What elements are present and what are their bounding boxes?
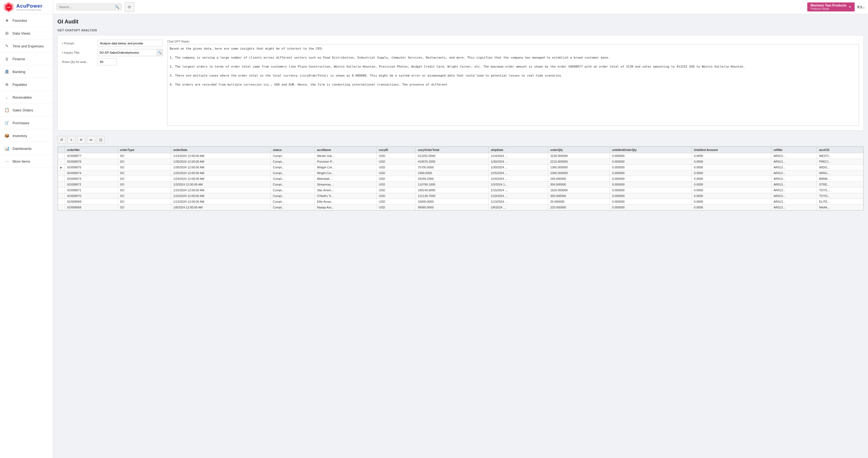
col-ref-nbr[interactable]: refNbr — [771, 147, 817, 153]
row-expand[interactable] — [58, 205, 65, 210]
rows-qty-label: Rows Qty for anal... — [62, 60, 97, 63]
history-button[interactable]: ⟳ — [124, 2, 134, 12]
expand-btn[interactable]: ▶ — [60, 166, 62, 169]
cell-order-nbr: SO008073 — [65, 176, 118, 182]
table-row[interactable]: SO008071 SO 1/15/2024 12:00:00 AM Compl.… — [58, 187, 863, 193]
cell-status: Compl... — [271, 170, 315, 176]
row-expand[interactable] — [58, 187, 65, 193]
cell-unbilled-order-qty: 0.000000 — [610, 193, 691, 199]
row-expand[interactable] — [58, 159, 65, 164]
sidebar-item-label: Payables — [12, 83, 27, 87]
sidebar-item-dashboards[interactable]: 📊 Dashboards — [0, 142, 53, 155]
col-cury-id[interactable]: curyID — [376, 147, 415, 153]
search-input[interactable] — [59, 5, 115, 9]
table-row[interactable]: SO008077 SO 1/14/2024 12:00:00 AM Compl.… — [58, 153, 863, 159]
purchases-icon: 🛒 — [4, 120, 10, 126]
table-toolbar: ↺ + ✕ ⇔ ⊡ — [58, 134, 864, 145]
sidebar-item-finance[interactable]: $ Finance — [0, 53, 53, 65]
cell-order-type: SO — [118, 176, 171, 182]
search-box[interactable]: 🔍 — [56, 4, 122, 10]
sidebar-item-favorites[interactable]: ★ Favorites — [0, 14, 53, 27]
row-expand[interactable] — [58, 170, 65, 176]
cell-cury-id: USD — [376, 205, 415, 210]
data-table: orderNbr orderType orderDate status acct… — [58, 147, 863, 210]
col-ship-date[interactable]: shipDate — [488, 147, 548, 153]
sidebar-item-payables[interactable]: ⊕ Payables — [0, 78, 53, 91]
prompt-input[interactable] — [97, 40, 163, 47]
add-button[interactable]: + — [67, 136, 75, 144]
analysis-panel: • Prompt: • Inquiry Title: 🔍 Rows Qty fo… — [58, 35, 864, 130]
chat-reply-textarea[interactable] — [167, 44, 859, 126]
sidebar-item-receivables[interactable]: ↓ Receivables — [0, 91, 53, 104]
col-unbilled-order-qty[interactable]: unbilledOrderQty — [610, 147, 691, 153]
logo-tagline-text: Infinite Possibilities — [16, 9, 42, 11]
row-expand[interactable] — [58, 182, 65, 187]
fit-columns-button[interactable]: ⇔ — [87, 136, 95, 144]
table-row[interactable]: ▶ SO008075 SO 1/30/2024 12:00:00 AM Comp… — [58, 164, 863, 170]
sidebar-item-inventory[interactable]: 📦 Inventory — [0, 129, 53, 142]
cell-acct-cd: TOYO... — [817, 193, 863, 199]
company-sub: Products Retail — [810, 7, 846, 10]
rows-qty-input[interactable] — [97, 58, 117, 65]
col-unbilled-amount[interactable]: Unbilled Amount — [691, 147, 771, 153]
inquiry-row: • Inquiry Title: 🔍 — [62, 49, 163, 56]
row-expand[interactable]: ▶ — [58, 164, 65, 170]
cell-ship-date: 1/15/2024 ... — [488, 187, 548, 193]
cell-unbilled-amount: 0.0000 — [691, 176, 771, 182]
col-acct-cd[interactable]: acctCD — [817, 147, 863, 153]
col-acct-name[interactable]: acctName — [315, 147, 376, 153]
inquiry-label: • Inquiry Title: — [62, 51, 97, 54]
cell-unbilled-amount: 0.0000 — [691, 193, 771, 199]
search-icon[interactable]: 🔍 — [115, 5, 119, 9]
col-order-type[interactable]: orderType — [118, 147, 171, 153]
table-row[interactable]: SO008070 SO 1/10/2024 12:00:00 AM Compl.… — [58, 193, 863, 199]
col-order-nbr[interactable]: orderNbr — [65, 147, 118, 153]
cell-ref-nbr: AR013... — [771, 199, 817, 205]
cell-ref-nbr: AR013... — [771, 187, 817, 193]
inquiry-field[interactable]: 🔍 — [97, 49, 163, 56]
cell-order-qty: 2300.000000 — [548, 170, 610, 176]
table-row[interactable]: SO008076 SO 1/30/2024 12:00:00 AM Compl.… — [58, 159, 863, 164]
refresh-button[interactable]: ↺ — [58, 136, 66, 144]
company-selector[interactable]: Revision Two Products Products Retail ▼ — [807, 2, 855, 11]
col-order-qty[interactable]: orderQty — [548, 147, 610, 153]
cell-order-qty: 1360.000000 — [548, 164, 610, 170]
sidebar-item-banking[interactable]: 🏦 Banking — [0, 65, 53, 78]
sidebar-item-sales-orders[interactable]: 📋 Sales Orders — [0, 104, 53, 117]
table-row[interactable]: SO008068 SO 1/8/2024 12:00:00 AM Compl..… — [58, 205, 863, 210]
table-row[interactable]: SO008069 SO 1/13/2024 12:00:00 AM Compl.… — [58, 199, 863, 205]
delete-button[interactable]: ✕ — [77, 136, 85, 144]
table-row[interactable]: SO008072 SO 1/3/2024 12:00:00 AM Compl..… — [58, 182, 863, 187]
cell-unbilled-order-qty: 0.000000 — [610, 199, 691, 205]
row-expand[interactable] — [58, 193, 65, 199]
col-cury-order-total[interactable]: curyOrderTotal — [415, 147, 488, 153]
row-expand[interactable] — [58, 199, 65, 205]
cell-ship-date: 1/10/2024 ... — [488, 193, 548, 199]
data-table-wrapper: orderNbr orderType orderDate status acct… — [58, 146, 864, 211]
svg-text:AP: AP — [7, 6, 11, 9]
sidebar-item-more-items[interactable]: ⋯ More Items — [0, 155, 53, 168]
col-order-date[interactable]: orderDate — [171, 147, 271, 153]
cell-order-type: SO — [118, 199, 171, 205]
row-expand[interactable] — [58, 153, 65, 159]
inventory-icon: 📦 — [4, 133, 10, 139]
inquiry-search-icon[interactable]: 🔍 — [157, 49, 163, 56]
export-button[interactable]: ⊡ — [97, 136, 105, 144]
col-status[interactable]: status — [271, 147, 315, 153]
cell-order-type: SO — [118, 205, 171, 210]
analysis-form: • Prompt: • Inquiry Title: 🔍 Rows Qty fo… — [62, 40, 163, 67]
cell-cury-order-total: 29299.2000 — [415, 176, 488, 182]
table-row[interactable]: SO008074 SO 1/25/2024 12:00:00 AM Compl.… — [58, 170, 863, 176]
cell-order-date: 1/30/2024 12:00:00 AM — [171, 159, 271, 164]
cell-acct-name: O'Neill's Tr... — [315, 193, 376, 199]
row-expand[interactable] — [58, 176, 65, 182]
cell-ship-date: 1/3/2024 1... — [488, 182, 548, 187]
table-row[interactable]: SO008073 SO 1/24/2024 12:00:00 AM Compl.… — [58, 176, 863, 182]
cell-cury-id: USD — [376, 153, 415, 159]
sidebar-item-time-expenses[interactable]: ✎ Time and Expenses — [0, 40, 53, 53]
cell-order-qty: 20.000000 — [548, 199, 610, 205]
cell-order-type: SO — [118, 164, 171, 170]
sidebar-item-purchases[interactable]: 🛒 Purchases — [0, 117, 53, 129]
sidebar-item-data-views[interactable]: ⊞ Data Views — [0, 27, 53, 40]
inquiry-input[interactable] — [98, 50, 157, 55]
